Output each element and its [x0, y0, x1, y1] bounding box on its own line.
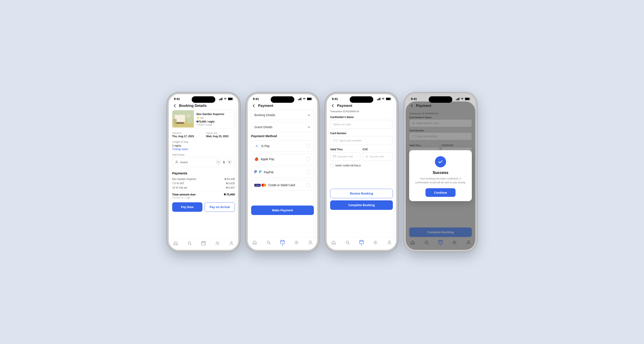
- expiry-input-3[interactable]: Expiration date: [330, 152, 360, 161]
- scroll-area-2[interactable]: Booking Details Guest Details Payment Me…: [248, 110, 317, 237]
- calendar-nav-3[interactable]: [359, 240, 364, 246]
- settings-nav-2[interactable]: [294, 240, 299, 245]
- gpay-option[interactable]: G G Pay: [251, 140, 314, 151]
- paypal-option[interactable]: PP PayPal: [251, 167, 314, 178]
- dynamic-island-3: [350, 96, 373, 103]
- applepay-label: Apple Pay: [260, 157, 274, 161]
- phone-booking-details: 9:41 Booking Details: [167, 92, 240, 252]
- settings-nav-3[interactable]: [373, 240, 378, 245]
- svg-rect-31: [377, 99, 378, 100]
- bottom-nav-2: [248, 237, 317, 250]
- svg-rect-40: [333, 155, 336, 158]
- home-nav-2[interactable]: [252, 240, 257, 245]
- profile-nav-3[interactable]: [387, 240, 392, 245]
- decrement-guest-btn[interactable]: −: [216, 159, 221, 165]
- calendar-nav-2[interactable]: [280, 240, 285, 246]
- expiry-col: Valid Thru Expiration date: [330, 148, 360, 161]
- svg-rect-23: [301, 98, 302, 100]
- card-radio[interactable]: [306, 183, 310, 187]
- phone-card-payment: 9:41 Payment Transaction ID AD2845KYA Ca…: [325, 92, 398, 252]
- gpay-label: G Pay: [261, 144, 270, 148]
- svg-rect-0: [219, 99, 220, 100]
- guest-details-accordion[interactable]: Guest Details: [251, 122, 314, 132]
- phone-content-1: Booking Details: [169, 101, 238, 250]
- hotel-image: [172, 110, 194, 127]
- card-number-input-3[interactable]: Input card number: [330, 136, 393, 145]
- card-option[interactable]: VISA Credit or Debit Card: [251, 180, 314, 191]
- settings-nav[interactable]: [215, 241, 220, 246]
- hotel-price: ₦75,000 / night: [196, 120, 232, 123]
- search-nav-3[interactable]: [345, 240, 350, 245]
- svg-rect-6: [228, 98, 232, 100]
- dynamic-island-2: [271, 96, 294, 103]
- scroll-area-3[interactable]: Transaction ID AD2845KYA Cardholder's Na…: [327, 110, 396, 237]
- checkin-col: Check In Thu, Aug 17, 2023: [172, 132, 201, 138]
- calendar-nav[interactable]: [201, 241, 206, 246]
- home-nav-3[interactable]: [331, 240, 336, 245]
- svg-rect-2: [221, 98, 222, 100]
- booking-dates-row: Check In Thu, Aug 17, 2023 Check Out Wed…: [172, 132, 235, 138]
- save-card-checkbox[interactable]: [330, 164, 334, 167]
- svg-rect-21: [299, 99, 300, 100]
- svg-rect-5: [233, 98, 233, 100]
- booking-details-accordion[interactable]: Booking Details: [251, 110, 314, 120]
- svg-rect-1: [220, 99, 221, 100]
- cardholder-placeholder-3: Name on card: [334, 123, 351, 126]
- wifi-icon: [224, 98, 227, 100]
- svg-point-19: [230, 241, 232, 243]
- paypal-label: PayPal: [264, 170, 273, 174]
- guest-details-label: Guest Details: [254, 125, 272, 129]
- expiry-cvc-row: Valid Thru Expiration date CVC Security …: [330, 148, 393, 161]
- card-number-label-3: Card Number: [330, 132, 393, 135]
- complete-booking-button-3[interactable]: Complete Booking: [330, 200, 393, 210]
- svg-rect-37: [386, 98, 390, 100]
- line3-amt: ₦ 6,937: [226, 186, 235, 189]
- home-nav[interactable]: [173, 241, 178, 246]
- guest-count: 1: [223, 160, 225, 164]
- svg-rect-51: [465, 98, 469, 100]
- svg-rect-47: [458, 98, 458, 100]
- signal-icon: [219, 98, 222, 100]
- pay-on-arrival-button[interactable]: Pay on Arrival: [204, 202, 235, 212]
- payment-line-1: Eko Garden Superior ₦ 62,438: [172, 178, 235, 181]
- card-icon: [334, 139, 337, 142]
- paypal-radio[interactable]: [306, 170, 310, 174]
- back-button-1[interactable]: [172, 103, 177, 108]
- make-payment-button[interactable]: Make Payment: [251, 206, 314, 215]
- change-dates-link[interactable]: Change dates: [172, 148, 235, 151]
- battery-icon-3: [386, 98, 391, 100]
- chevron-down-icon-2: [307, 125, 310, 129]
- back-button-2[interactable]: [251, 103, 256, 108]
- svg-rect-13: [188, 117, 193, 123]
- pay-now-button[interactable]: Pay Now: [172, 202, 202, 212]
- save-card-label: SAVE CARD DETAILS: [335, 164, 361, 167]
- svg-rect-28: [280, 240, 284, 244]
- back-button-3[interactable]: [330, 103, 335, 108]
- search-nav-2[interactable]: [266, 240, 271, 245]
- scroll-area-1[interactable]: Eko Garden Superior ⭐ 4.5 ₦75,000 / nigh…: [169, 110, 238, 238]
- svg-rect-36: [391, 98, 391, 100]
- applepay-radio[interactable]: [306, 157, 310, 161]
- hotel-stars: ⭐ 4.5: [196, 116, 232, 119]
- increment-guest-btn[interactable]: +: [227, 159, 232, 165]
- applepay-option[interactable]: 🍎 Apple Pay: [251, 154, 314, 164]
- line1-label: Eko Garden Superior: [172, 178, 196, 181]
- battery-icon-4: [465, 98, 470, 100]
- continue-button[interactable]: Continue: [426, 188, 456, 197]
- profile-nav-2[interactable]: [308, 240, 313, 245]
- gpay-radio[interactable]: [306, 144, 310, 148]
- gpay-icon: G: [254, 144, 259, 148]
- nav-bar-3: Payment: [327, 101, 396, 110]
- cardholder-input-3[interactable]: Name on card: [330, 120, 393, 129]
- search-nav[interactable]: [187, 241, 192, 246]
- svg-rect-33: [379, 98, 380, 100]
- review-booking-button[interactable]: Review Booking: [330, 189, 393, 198]
- cvc-input-3[interactable]: Security code: [362, 152, 393, 161]
- nav-bar-2: Payment: [248, 101, 317, 110]
- status-bar-4: 9:41: [406, 94, 475, 101]
- card-label: Credit or Debit Card: [268, 184, 295, 187]
- phone-content-2: Payment Booking Details Guest Details Pa…: [248, 101, 317, 250]
- profile-nav[interactable]: [229, 241, 234, 246]
- paypal-icon: P: [254, 170, 257, 174]
- phone-payment-method: 9:41 Payment Booking Details: [246, 92, 319, 252]
